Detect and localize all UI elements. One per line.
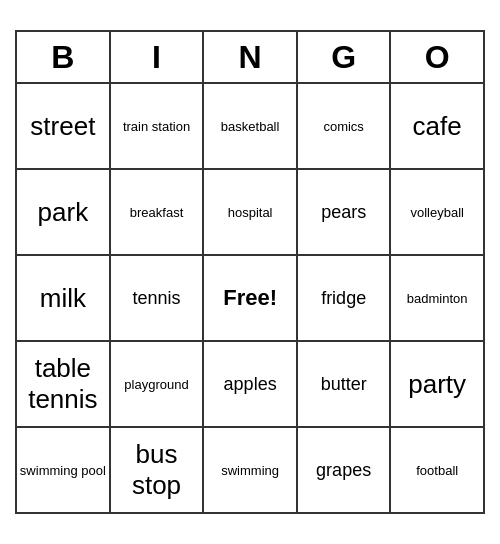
bingo-row-0: streettrain stationbasketballcomicscafe bbox=[16, 83, 484, 169]
bingo-cell-4-4: football bbox=[390, 427, 484, 513]
bingo-header-row: BINGO bbox=[16, 31, 484, 83]
bingo-cell-0-3: comics bbox=[297, 83, 391, 169]
bingo-row-2: milktennisFree!fridgebadminton bbox=[16, 255, 484, 341]
header-col-i: I bbox=[110, 31, 204, 83]
bingo-cell-1-1: breakfast bbox=[110, 169, 204, 255]
bingo-row-4: swimming poolbus stopswimminggrapesfootb… bbox=[16, 427, 484, 513]
bingo-cell-4-3: grapes bbox=[297, 427, 391, 513]
bingo-cell-1-0: park bbox=[16, 169, 110, 255]
bingo-cell-3-4: party bbox=[390, 341, 484, 427]
bingo-card: BINGO streettrain stationbasketballcomic… bbox=[15, 30, 485, 514]
header-col-o: O bbox=[390, 31, 484, 83]
bingo-cell-2-1: tennis bbox=[110, 255, 204, 341]
bingo-cell-2-4: badminton bbox=[390, 255, 484, 341]
bingo-cell-3-0: table tennis bbox=[16, 341, 110, 427]
header-col-b: B bbox=[16, 31, 110, 83]
bingo-cell-1-4: volleyball bbox=[390, 169, 484, 255]
header-col-g: G bbox=[297, 31, 391, 83]
bingo-cell-2-0: milk bbox=[16, 255, 110, 341]
bingo-cell-0-0: street bbox=[16, 83, 110, 169]
bingo-body: streettrain stationbasketballcomicscafep… bbox=[16, 83, 484, 513]
bingo-cell-3-2: apples bbox=[203, 341, 297, 427]
header-col-n: N bbox=[203, 31, 297, 83]
bingo-cell-0-1: train station bbox=[110, 83, 204, 169]
bingo-cell-1-2: hospital bbox=[203, 169, 297, 255]
bingo-cell-2-2: Free! bbox=[203, 255, 297, 341]
bingo-cell-0-4: cafe bbox=[390, 83, 484, 169]
bingo-row-3: table tennisplaygroundapplesbutterparty bbox=[16, 341, 484, 427]
bingo-cell-0-2: basketball bbox=[203, 83, 297, 169]
bingo-cell-4-2: swimming bbox=[203, 427, 297, 513]
bingo-cell-4-1: bus stop bbox=[110, 427, 204, 513]
bingo-row-1: parkbreakfasthospitalpearsvolleyball bbox=[16, 169, 484, 255]
bingo-cell-3-3: butter bbox=[297, 341, 391, 427]
bingo-cell-4-0: swimming pool bbox=[16, 427, 110, 513]
bingo-cell-3-1: playground bbox=[110, 341, 204, 427]
bingo-cell-2-3: fridge bbox=[297, 255, 391, 341]
bingo-cell-1-3: pears bbox=[297, 169, 391, 255]
